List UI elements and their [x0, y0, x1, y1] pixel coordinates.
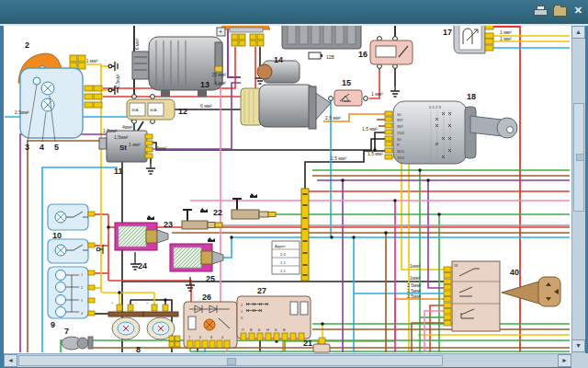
titlebar-buttons: ✕ — [534, 4, 582, 17]
ignition-terminal: 15/1 — [397, 155, 405, 160]
wire-label: 1мм² — [410, 263, 421, 269]
close-icon[interactable]: ✕ — [574, 5, 582, 16]
scroll-down-button[interactable]: ▼ — [571, 339, 585, 352]
switch-pin: П — [242, 328, 244, 332]
wire-label: 6 мм² — [200, 103, 212, 109]
relay-pin: 8 — [210, 336, 212, 339]
scrollbar-corner — [571, 353, 588, 368]
switch-pin: Н — [266, 328, 269, 332]
address-row: 1,1 — [280, 260, 286, 265]
plus-terminal-label: + — [219, 29, 222, 35]
ignition-terminal: 30 — [397, 137, 401, 142]
wire-label: 2,5мм² — [15, 109, 29, 115]
wire-label: 2,5мм² — [115, 74, 120, 88]
battery-icon — [309, 52, 322, 59]
wire-label: 1 мм² — [500, 36, 512, 41]
component-horn-7: 7 — [62, 327, 93, 350]
cluster-pin: 2 — [81, 286, 83, 290]
component-sensor-23: 23 — [164, 220, 222, 229]
battery-voltage: 12В — [326, 54, 335, 60]
component-number: 9 — [51, 320, 55, 329]
wire-label: 1 мм² — [500, 29, 512, 35]
print-icon[interactable] — [534, 6, 546, 16]
component-relay-16: 16 — [358, 40, 413, 64]
component-column-switch-40: 58 40 — [444, 261, 560, 331]
component-number: 8 — [136, 345, 141, 353]
component-fuse-box-12: 30A 60A 12 — [127, 99, 187, 120]
horizontal-scroll-thumb[interactable] — [18, 355, 443, 366]
vertical-scrollbar[interactable]: ▲ ▼ — [571, 26, 585, 353]
component-connector-17: 17 — [443, 26, 493, 53]
address-row: 2,1 — [280, 269, 286, 273]
relay-pin: 7 — [188, 336, 190, 339]
component-number: 15 — [342, 78, 351, 87]
address-title: Адрес — [275, 244, 286, 248]
ignition-terminal: INT — [397, 118, 403, 122]
relay-label: St — [119, 144, 127, 152]
ignition-terminal: 30/1 — [397, 149, 405, 154]
relay-pin: 6 — [199, 336, 201, 339]
address-table: Адрес 2,5 1,1 2,1 — [272, 241, 300, 274]
component-battery: 12В — [282, 26, 361, 60]
junction-block — [169, 336, 180, 347]
component-number: 3 — [25, 143, 29, 152]
component-ignition-switch-18: 50 INT INT 15/2 30 P 30/1 15/1 0 1 2 3 1… — [385, 92, 517, 164]
switch-row: 0 — [241, 316, 243, 320]
component-switch-15: 15 — [334, 78, 362, 106]
component-switch-27: 2 1 0 П В Б Н Б В 27 — [237, 286, 311, 340]
horizontal-scrollbar[interactable]: ◄ ► — [4, 353, 571, 367]
wire-label: 1 мм² — [129, 142, 141, 147]
scroll-up-button[interactable]: ▲ — [571, 26, 585, 39]
wire-label: 1,5 мм² — [368, 151, 383, 156]
component-sensor-25: 25 — [170, 244, 223, 283]
vertical-scroll-thumb[interactable] — [573, 103, 584, 212]
component-number: 14 — [274, 55, 283, 64]
component-number: 11 — [114, 167, 123, 176]
wire-label: 4мм² — [122, 124, 133, 130]
component-number: 2 — [25, 40, 29, 50]
ignition-positions: 0 1 2 3 — [429, 105, 441, 109]
connector-label: 58 — [454, 264, 458, 268]
cluster-pin: 3 — [81, 312, 83, 316]
scroll-left-button[interactable]: ◄ — [4, 354, 17, 367]
wire-label: 4 мм² — [214, 80, 226, 86]
component-starter-14: 14 — [241, 55, 331, 129]
horn-polarity: – — [135, 301, 138, 305]
component-lamp-cluster-9: 1 2 1 3 9 — [48, 267, 95, 329]
switch-row: 2 — [241, 304, 243, 307]
horn-polarity: + — [111, 301, 114, 305]
wire-label: 6 мм² — [134, 38, 140, 50]
component-number: 16 — [358, 50, 368, 59]
component-number: 25 — [206, 274, 215, 283]
wire-label: 25 мм² — [212, 72, 227, 77]
ignition-terminal: 15/2 — [397, 131, 405, 135]
component-number: 27 — [257, 286, 266, 295]
ignition-terminal: 50 — [397, 112, 401, 117]
component-number: 21 — [303, 339, 312, 348]
component-lamp-10b — [48, 239, 103, 263]
scroll-right-button[interactable]: ► — [558, 354, 571, 367]
wire-label: 1,5 мм² — [362, 126, 378, 132]
fuse-rating: 30A — [131, 108, 139, 112]
component-number: 12 — [178, 107, 187, 116]
folder-icon[interactable] — [553, 6, 567, 17]
ignition-terminal: INT — [397, 124, 403, 129]
component-number: 40 — [510, 268, 519, 277]
wire-label: 1мм² — [410, 275, 421, 281]
wire-label: 1 мм² — [86, 58, 98, 63]
wiring-diagram: 1 2 3 4 5 + 13 — [4, 26, 571, 353]
component-headlamp-3-4-5: 3 4 5 — [20, 68, 102, 152]
address-row: 2,5 — [280, 252, 286, 257]
component-number: 18 — [467, 92, 476, 101]
wire-label: 1,5мм² — [114, 134, 129, 140]
wire-label: 2,5 мм² — [331, 155, 346, 161]
cluster-pin: 1 — [81, 273, 83, 277]
horn-polarity: + — [146, 301, 149, 305]
wire-label: 1,5мм² — [103, 128, 118, 133]
fuse-rating: 60A — [150, 108, 157, 112]
relay-pin: 4 — [221, 336, 223, 339]
component-number: 5 — [54, 143, 59, 152]
component-number: 22 — [213, 208, 222, 217]
cluster-pin: 1 — [81, 299, 83, 303]
titlebar: ✕ — [0, 0, 588, 24]
